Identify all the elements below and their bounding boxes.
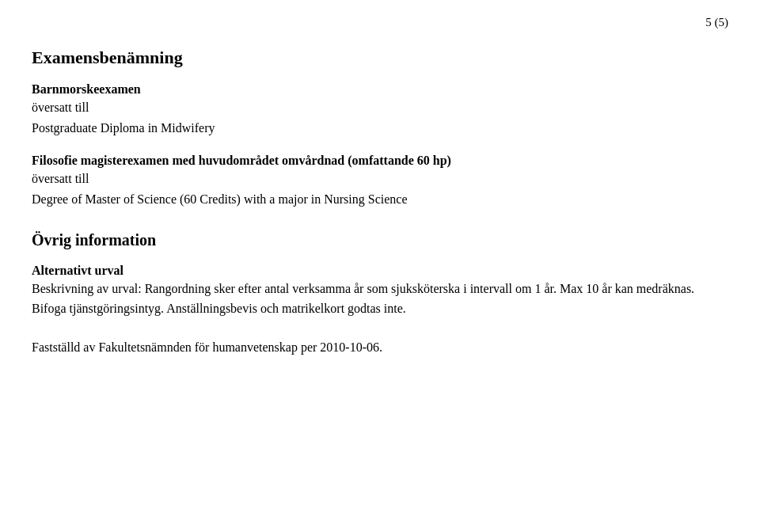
ovrig-information-heading: Övrig information: [32, 231, 720, 249]
exam-label-1: Barnmorskeexamen: [32, 82, 720, 97]
exam-translation-prefix-2: översatt till: [32, 169, 720, 188]
alternativt-urval-label: Alternativt urval: [32, 264, 720, 278]
beskrivning-paragraph: Beskrivning av urval: Rangordning sker e…: [32, 279, 720, 319]
exam-translation-value-1: Postgraduate Diploma in Midwifery: [32, 119, 720, 138]
beskrivning-label: Beskrivning av urval:: [32, 282, 145, 295]
fastställd-text: Fastställd av Fakultetsnämnden för human…: [32, 338, 720, 357]
exam-translation-value-2: Degree of Master of Science (60 Credits)…: [32, 190, 720, 209]
examensbenämning-heading: Examensbenämning: [32, 48, 720, 68]
exam-label-2: Filosofie magisterexamen med huvudområde…: [32, 154, 720, 168]
page-number: 5 (5): [705, 16, 728, 29]
exam-translation-prefix-1: översatt till: [32, 98, 720, 117]
